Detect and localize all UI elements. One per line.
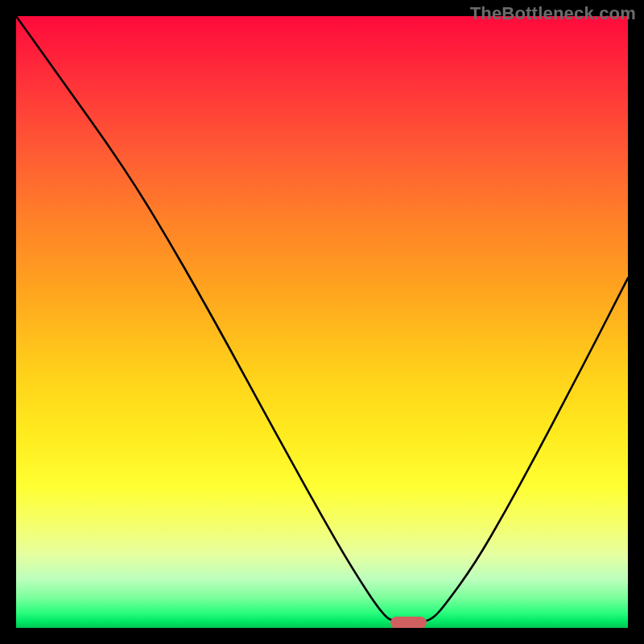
- bottleneck-curve: [16, 16, 628, 628]
- plot-area: [16, 16, 628, 628]
- optimum-marker: [390, 617, 427, 628]
- watermark-text: TheBottleneck.com: [470, 3, 636, 24]
- chart-frame: TheBottleneck.com: [0, 0, 644, 644]
